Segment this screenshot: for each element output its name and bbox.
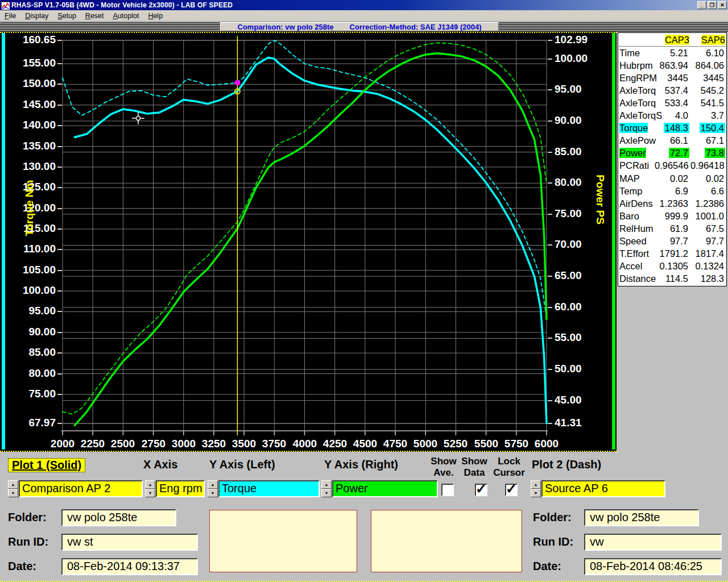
menu-item-file[interactable]: File: [0, 11, 20, 21]
power-tick-label: 70.00: [555, 238, 582, 251]
power-tick-label: 50.00: [555, 363, 582, 375]
rpm-tick-label: 3000: [172, 438, 196, 450]
lock-cursor-checkbox[interactable]: ✓: [505, 484, 518, 496]
control-panel: Plot 1 (Solid) X Axis Y Axis (Left) Y Ax…: [0, 452, 728, 582]
torque-tick-label: 160.65: [0, 34, 56, 46]
plot1-folder-field[interactable]: vw polo 258te: [61, 509, 176, 526]
rpm-tick-label: 2500: [111, 438, 135, 450]
spin-down-icon[interactable]: ▼: [8, 489, 18, 497]
rpm-tick-label: 2250: [81, 438, 105, 450]
rpm-tick-label: 5250: [444, 438, 468, 450]
menu-item-setup[interactable]: Setup: [53, 11, 81, 21]
comparison-header: Comparison: vw polo 258te Correction-Met…: [220, 22, 499, 31]
panel-row-engrpm: EngRPM34453445: [619, 72, 725, 84]
menu-item-reset[interactable]: Reset: [81, 11, 109, 21]
plot2-folder-field[interactable]: vw polo 258te: [584, 509, 699, 526]
spin-down-icon[interactable]: ▼: [531, 489, 541, 497]
minimize-button[interactable]: _: [697, 1, 706, 9]
panel-row-airdens: AirDens1.23631.2386: [619, 197, 725, 210]
x-axis-combo[interactable]: Eng rpm: [156, 480, 205, 497]
menu-item-display[interactable]: Display: [20, 11, 53, 21]
show-data-checkbox[interactable]: ✓: [475, 484, 487, 496]
rpm-tick-label: 3750: [262, 438, 286, 450]
panel-row-relhum: RelHum61.967.5: [619, 222, 725, 235]
y-right-spinner[interactable]: ▲ ▼: [321, 480, 332, 497]
cursor-marker-dash: [234, 80, 240, 86]
panel-header-row: CAP3SAP6: [619, 34, 725, 47]
plot2-source-spinner[interactable]: ▲ ▼: [531, 480, 541, 497]
torque-tick-label: 75.00: [0, 388, 56, 400]
torque-tick-label: 155.00: [0, 57, 56, 69]
panel-row-accel: Accel0.13050.1324: [619, 260, 725, 273]
panel-row-distance: Distance114.5128.3: [619, 273, 725, 285]
cursor-data-panel: CAP3SAP6Time5.216.10Hubrpm863.94864.06En…: [618, 32, 727, 286]
plot1-source-spinner[interactable]: ▲ ▼: [8, 480, 18, 497]
close-button[interactable]: ✕: [718, 1, 727, 9]
torque-axis-title: Torque Nm: [23, 174, 36, 242]
torque-tick-label: 80.00: [0, 367, 56, 380]
panel-row-axletorq: AxleTorq537.4545.2: [619, 84, 725, 97]
power-tick-label: 80.00: [555, 176, 582, 189]
plot2-folder-label: Folder:: [533, 511, 572, 524]
panel-column-cap3: CAP3: [665, 35, 689, 45]
plot2-date-field[interactable]: 08-Feb-2014 08:46:25: [584, 558, 722, 575]
panel-row-axlepow: AxlePow66.167.1: [619, 135, 725, 147]
plot1-comment-box[interactable]: [209, 510, 357, 572]
plot1-date-field[interactable]: 08-Feb-2014 09:13:37: [61, 558, 198, 575]
plot2-source-combo[interactable]: Source AP 6: [541, 480, 665, 497]
dyno-chart[interactable]: [61, 36, 551, 436]
power-tick-label: 75.00: [555, 207, 582, 220]
rpm-tick-label: 4250: [323, 438, 347, 450]
torque-tick-label: 105.00: [0, 264, 56, 276]
panel-row-power: Power72.773.8: [619, 147, 725, 160]
torque-tick-label: 85.00: [0, 346, 56, 359]
lock-cursor-label: LockCursor: [488, 456, 530, 478]
rpm-tick-label: 5000: [413, 438, 437, 450]
spin-down-icon[interactable]: ▼: [208, 489, 218, 497]
power-tick-label: 90.00: [555, 114, 582, 127]
title-bar[interactable]: RHAS-SP V1.7-05B (4WD - Motor Vehicle 2x…: [0, 0, 728, 10]
menu-bar: FileDisplaySetupResetAutoplotHelp: [0, 10, 728, 22]
spin-up-icon[interactable]: ▲: [145, 480, 155, 489]
spin-up-icon[interactable]: ▲: [208, 480, 218, 489]
application-window: RHAS-SP V1.7-05B (4WD - Motor Vehicle 2x…: [0, 0, 728, 582]
spin-up-icon[interactable]: ▲: [531, 480, 541, 489]
rpm-tick-label: 6000: [535, 438, 559, 450]
panel-column-sap6: SAP6: [701, 35, 725, 45]
x-axis-spinner[interactable]: ▲ ▼: [145, 480, 155, 497]
torque-tick-label: 140.00: [0, 119, 56, 131]
power-tick-label: 102.99: [555, 34, 588, 46]
rpm-tick-label: 2750: [142, 438, 166, 450]
restore-button[interactable]: ❐: [708, 1, 717, 9]
panel-row-time: Time5.216.10: [619, 47, 725, 59]
y-left-combo[interactable]: Torque: [218, 480, 320, 497]
power-tick-label: 45.00: [555, 394, 582, 406]
torque-tick-label: 135.00: [0, 140, 56, 152]
torque-tick-label: 100.00: [0, 284, 56, 297]
power-tick-label: 55.00: [555, 331, 582, 344]
spin-up-icon[interactable]: ▲: [321, 480, 332, 489]
y-left-spinner[interactable]: ▲ ▼: [208, 480, 218, 497]
power-tick-label: 41.31: [555, 417, 582, 429]
torque-tick-label: 110.00: [0, 243, 56, 255]
y-left-column-label: Y Axis (Left): [209, 458, 275, 471]
plot1-folder-label: Folder:: [8, 511, 47, 524]
spin-down-icon[interactable]: ▼: [321, 489, 332, 497]
correction-method-label: Correction-Method: SAE J1349 (2004): [350, 23, 482, 31]
spin-up-icon[interactable]: ▲: [8, 480, 18, 489]
plot2-comment-box[interactable]: [371, 510, 522, 572]
plot1-source-combo[interactable]: Comparison AP 2: [19, 480, 143, 497]
show-ave-checkbox[interactable]: ✓: [441, 484, 454, 496]
menu-item-autoplot[interactable]: Autoplot: [109, 11, 144, 21]
y-right-combo[interactable]: Power: [332, 480, 438, 497]
power-tick-label: 95.00: [555, 83, 582, 95]
plot1-runid-field[interactable]: vw st: [61, 534, 198, 551]
panel-row-pcrati: PCRati0.965460.96418: [619, 160, 725, 172]
menu-item-help[interactable]: Help: [143, 11, 167, 21]
plot1-section-label[interactable]: Plot 1 (Solid): [8, 458, 85, 472]
power-tick-label: 65.00: [555, 269, 582, 282]
panel-row-speed: Speed97.797.7: [619, 235, 725, 248]
spin-down-icon[interactable]: ▼: [145, 489, 155, 497]
plot2-runid-field[interactable]: vw: [584, 534, 722, 551]
rpm-tick-label: 4500: [353, 438, 377, 450]
